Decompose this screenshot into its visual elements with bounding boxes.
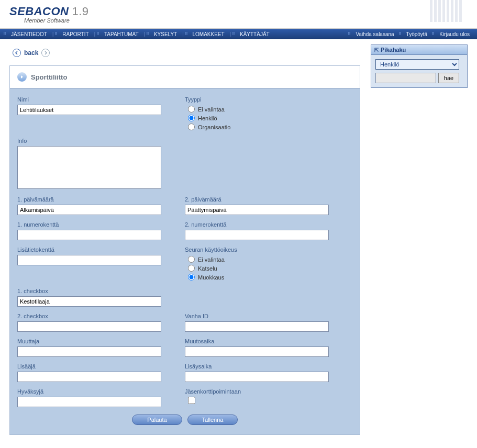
tyyppi-radio-henkilo[interactable]: Henkilö — [188, 114, 337, 122]
nav-dots-icon: ⠿ — [398, 32, 402, 37]
tyyppi-radio-organisaatio[interactable]: Organisaatio — [188, 122, 337, 131]
num1-input[interactable] — [17, 230, 161, 240]
nimi-input[interactable] — [17, 105, 161, 115]
oikeus-radio-muokkaus[interactable]: Muokkaus — [188, 273, 337, 282]
lisaaja-label: Lisääjä — [17, 363, 169, 369]
tallenna-button[interactable]: Tallenna — [187, 415, 238, 425]
nav-logout[interactable]: Kirjaudu ulos — [435, 31, 474, 37]
oikeus-label: Seuran käyttöoikeus — [185, 247, 337, 253]
nav-raportit[interactable]: RAPORTIT — [58, 31, 93, 37]
back-link[interactable]: back — [24, 49, 38, 57]
page-title: Sporttiliitto — [31, 73, 67, 81]
form-area: Nimi Tyyppi Ei valintaa Henkilö Organisa… — [10, 88, 360, 434]
cb2-label: 2. checkbox — [17, 313, 169, 319]
muuttaja-input[interactable] — [17, 346, 161, 357]
header-decoration — [430, 0, 477, 29]
nav-dots-icon: ⠿ — [96, 32, 100, 37]
pvm1-input[interactable] — [17, 205, 161, 215]
lisaysaika-label: Lisäysaika — [185, 363, 337, 369]
panel-title-row: Sporttiliitto — [10, 66, 360, 88]
lisatieto-label: Lisätietokenttä — [17, 247, 169, 253]
pvm1-label: 1. päivämäärä — [17, 196, 169, 203]
num2-label: 2. numerokenttä — [185, 221, 337, 228]
nav-dots-icon: ⠿ — [146, 32, 150, 37]
vanha-id-label: Vanha ID — [185, 313, 337, 319]
lisaaja-input[interactable] — [17, 372, 161, 382]
quick-search-input[interactable] — [375, 73, 436, 83]
expand-icon[interactable]: ⇱ — [374, 47, 379, 53]
nav-kyselyt[interactable]: KYSELYT — [150, 31, 181, 37]
main-panel: Sporttiliitto Nimi Tyyppi Ei valintaa He — [9, 65, 360, 435]
lisatieto-input[interactable] — [17, 255, 161, 265]
panel-title-icon — [17, 72, 27, 82]
nav-dots-icon: ⠿ — [232, 32, 236, 37]
nav-dots-icon: ⠿ — [348, 32, 351, 37]
cb1-input[interactable] — [17, 296, 161, 307]
info-label: Info — [17, 138, 169, 144]
quick-search-panel: ⇱ Pikahaku Henkilö hae — [371, 44, 468, 88]
nav-dots-icon: ⠿ — [3, 32, 7, 37]
app-header: SEBACON1.9 Member Software — [0, 0, 477, 29]
pvm2-label: 2. päivämäärä — [185, 196, 337, 203]
quick-search-header: ⇱ Pikahaku — [371, 45, 467, 55]
info-textarea[interactable] — [17, 146, 161, 189]
hyvaksyja-label: Hyväksyjä — [17, 388, 169, 395]
forward-arrow-icon[interactable] — [41, 49, 50, 57]
muutosaika-label: Muutosaika — [185, 338, 337, 344]
back-row: back — [9, 44, 360, 65]
nav-kayttajat[interactable]: KÄYTTÄJÄT — [236, 31, 274, 37]
jasenkortti-checkbox[interactable] — [188, 397, 195, 404]
nav-tapahtumat[interactable]: TAPAHTUMAT — [100, 31, 143, 37]
quick-search-button[interactable]: hae — [438, 73, 459, 83]
palauta-button[interactable]: Palauta — [132, 415, 182, 425]
pvm2-input[interactable] — [185, 205, 329, 215]
tyyppi-radio-ei-valintaa[interactable]: Ei valintaa — [188, 105, 337, 114]
nav-dots-icon: ⠿ — [54, 32, 58, 37]
nav-lomakkeet[interactable]: LOMAKKEET — [188, 31, 229, 37]
nimi-label: Nimi — [17, 96, 169, 103]
tyyppi-label: Tyyppi — [185, 96, 337, 103]
jasenkortti-label: Jäsenkorttipoimintaan — [185, 388, 337, 395]
oikeus-radio-ei-valintaa[interactable]: Ei valintaa — [188, 255, 337, 264]
vanha-id-input[interactable] — [185, 321, 329, 332]
nav-dots-icon: ⠿ — [185, 32, 188, 37]
lisaysaika-input[interactable] — [185, 372, 329, 382]
nav-jasentiedot[interactable]: JÄSENTIEDOT — [7, 31, 51, 37]
nav-change-password[interactable]: Vaihda salasana — [351, 31, 398, 37]
logo: SEBACON1.9 Member Software — [9, 5, 89, 24]
num1-label: 1. numerokenttä — [17, 221, 169, 228]
muuttaja-label: Muuttaja — [17, 338, 169, 344]
brand-name: SEBACON — [9, 5, 69, 18]
main-nav: ⠿ JÄSENTIEDOT| ⠿ RAPORTIT| ⠿ TAPAHTUMAT|… — [0, 29, 477, 39]
nav-dots-icon: ⠿ — [431, 32, 435, 37]
nav-desktop[interactable]: Työpöytä — [402, 31, 432, 37]
hyvaksyja-input[interactable] — [17, 397, 161, 407]
cb1-label: 1. checkbox — [17, 288, 169, 294]
back-arrow-icon[interactable] — [13, 49, 21, 57]
quick-search-select[interactable]: Henkilö — [375, 59, 459, 70]
muutosaika-input[interactable] — [185, 346, 329, 357]
brand-tagline: Member Software — [24, 17, 89, 24]
quick-search-title: Pikahaku — [381, 47, 406, 53]
brand-version: 1.9 — [72, 5, 89, 18]
num2-input[interactable] — [185, 230, 329, 240]
oikeus-radio-katselu[interactable]: Katselu — [188, 264, 337, 273]
cb2-input[interactable] — [17, 321, 161, 332]
